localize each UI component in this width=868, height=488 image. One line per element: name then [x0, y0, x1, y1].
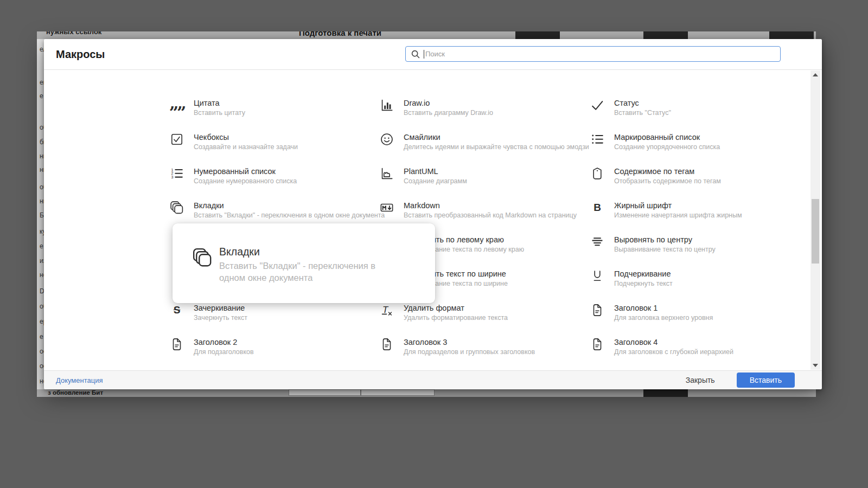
macro-description: Создание нумерованного списка [194, 177, 371, 185]
macro-item[interactable]: BЖирный шрифтИзменение начертания шрифта… [590, 201, 791, 220]
macro-item[interactable]: СтатусВставить "Статус" [590, 98, 791, 117]
macro-item[interactable]: SЗачеркиваниеЗачеркнуть текст [170, 303, 371, 322]
align-center-icon [590, 235, 604, 249]
macro-title: Вкладки [194, 201, 371, 210]
macros-dialog: Макросы ””ЦитатаВставить цитатуЧекбоксыС… [44, 39, 822, 389]
background-table-fragment [361, 389, 435, 396]
macro-description: Для заголовка верхнего уровня [614, 314, 791, 322]
macro-item[interactable]: Draw.ioВставить диаграмму Draw.io [380, 98, 580, 117]
macro-description: Вставить "Статус" [614, 109, 791, 117]
check-icon [590, 98, 604, 112]
macro-description: Вставить "Вкладки" - переключения в одно… [194, 211, 371, 220]
macro-title: Выровнять по центру [614, 235, 791, 245]
close-button[interactable]: Закрыть [682, 375, 718, 385]
macro-item[interactable]: Заголовок 3Для подразделов и групповых з… [380, 337, 580, 356]
quote-icon: ”” [170, 98, 184, 120]
macro-item[interactable]: Заголовок 4Для заголовков с глубокой иер… [590, 337, 791, 356]
macro-item[interactable]: Содержимое по тегамОтобразить содержимое… [590, 166, 791, 185]
macro-description: Для заголовков с глубокой иерархией [614, 348, 791, 356]
underline-icon [590, 269, 604, 283]
dialog-header: Макросы [44, 39, 822, 70]
macro-title: Заголовок 4 [614, 337, 791, 347]
markdown-icon [380, 201, 394, 215]
search-input[interactable] [406, 47, 780, 61]
tooltip-icon-host [192, 247, 213, 268]
macro-description: Изменение начертания шрифта жирным [614, 211, 791, 220]
background-dark-block [769, 31, 814, 39]
macro-description: Создание диаграмм [404, 177, 580, 185]
macro-title: Маркированный список [614, 132, 791, 142]
macro-title: PlantUML [404, 166, 580, 176]
macro-item[interactable]: PlantUMLСоздание диаграмм [380, 166, 580, 185]
macro-item[interactable]: Выровнять по центруВыравнивание текста п… [590, 235, 791, 254]
macro-tooltip: Вкладки Вставить "Вкладки" - переключени… [173, 223, 435, 303]
underlying-bottom-strip: з обновление Бит [37, 389, 816, 397]
macro-title: Цитата [194, 98, 371, 108]
background-text-fragment: з обновление Бит [48, 389, 103, 396]
macro-title: Заголовок 3 [404, 337, 580, 347]
numbered-list-icon: 123 [170, 166, 184, 181]
macro-item[interactable]: Заголовок 2Для подзаголовков [170, 337, 371, 356]
tooltip-description: Вставить "Вкладки" - переключения в одно… [219, 260, 394, 284]
macro-description: Для подзаголовков [194, 348, 371, 356]
macro-item[interactable]: ПодчеркиваниеПодчеркнуть текст [590, 269, 791, 288]
macro-description: Вставить диаграмму Draw.io [404, 109, 580, 117]
macro-item[interactable]: ВкладкиВставить "Вкладки" - переключения… [170, 201, 371, 220]
dialog-title: Макросы [56, 48, 105, 61]
document-icon [380, 337, 394, 351]
tabs-icon [170, 201, 184, 215]
insert-button[interactable]: Вставить [737, 373, 795, 388]
macro-item[interactable]: ””ЦитатаВставить цитату [170, 98, 371, 117]
macro-item[interactable]: TУдалить форматУдалить форматирование те… [380, 303, 580, 322]
macro-grid: ””ЦитатаВставить цитатуЧекбоксыСоздавайт… [44, 69, 822, 371]
macro-title: Удалить формат [404, 303, 580, 313]
bulleted-list-icon [590, 132, 604, 146]
background-text-fragment: нужных ссылок [46, 31, 101, 36]
search-box[interactable] [405, 46, 781, 62]
macro-description: Создавайте и назначайте задачи [194, 143, 371, 151]
strikethrough-icon: S [170, 303, 184, 317]
document-icon [590, 303, 604, 317]
macro-title: Подчеркивание [614, 269, 791, 279]
macro-title: Смайлики [404, 132, 580, 142]
remove-format-icon: T [380, 303, 394, 317]
scroll-down-arrow-icon[interactable] [813, 364, 818, 367]
tag-icon [590, 166, 604, 181]
macro-item[interactable]: 123Нумерованный списокСоздание нумерован… [170, 166, 371, 185]
dialog-footer: Документация Закрыть Вставить [44, 370, 822, 389]
macro-description: Для подразделов и групповых заголовков [404, 348, 580, 356]
svg-text:T: T [382, 305, 389, 315]
checkbox-icon [170, 132, 184, 146]
macro-title: Жирный шрифт [614, 201, 791, 210]
scrollbar[interactable] [810, 70, 820, 370]
macro-title: Чекбоксы [194, 132, 371, 142]
macro-description: Удалить форматирование текста [404, 314, 580, 322]
macro-item[interactable]: ЧекбоксыСоздавайте и назначайте задачи [170, 132, 371, 151]
scroll-up-arrow-icon[interactable] [813, 73, 818, 76]
tabs-icon [192, 247, 213, 268]
document-icon [170, 337, 184, 351]
macro-item[interactable]: MarkdownВставить преобразованный код Mar… [380, 201, 580, 220]
macro-title: Markdown [404, 201, 580, 210]
background-dark-block [515, 31, 560, 39]
background-text-fragment: Подготовка к печати [299, 31, 381, 37]
macro-title: Статус [614, 98, 791, 108]
background-dark-block [643, 31, 688, 39]
macro-title: Заголовок 2 [194, 337, 371, 347]
macro-description: Зачеркнуть текст [194, 314, 371, 322]
macro-description: Вставить преобразованный код Markdown на… [404, 211, 580, 220]
macro-title: Содержимое по тегам [614, 166, 791, 176]
svg-text:3: 3 [171, 175, 174, 179]
macro-item[interactable]: Заголовок 1Для заголовка верхнего уровня [590, 303, 791, 322]
macro-title: Нумерованный список [194, 166, 371, 176]
macro-title: Зачеркивание [194, 303, 371, 313]
scrollbar-thumb[interactable] [812, 199, 819, 264]
macro-description: Вставить цитату [194, 109, 371, 117]
documentation-link[interactable]: Документация [56, 376, 103, 384]
macro-item[interactable]: Маркированный списокСоздание упорядоченн… [590, 132, 791, 151]
macro-item[interactable]: СмайликиДелитесь идеями и выражайте чувс… [380, 132, 580, 151]
plantuml-icon [380, 166, 394, 181]
tooltip-title: Вкладки [219, 245, 404, 258]
macro-description: Отобразить содержимое по тегам [614, 177, 791, 185]
smiley-icon [380, 132, 394, 146]
